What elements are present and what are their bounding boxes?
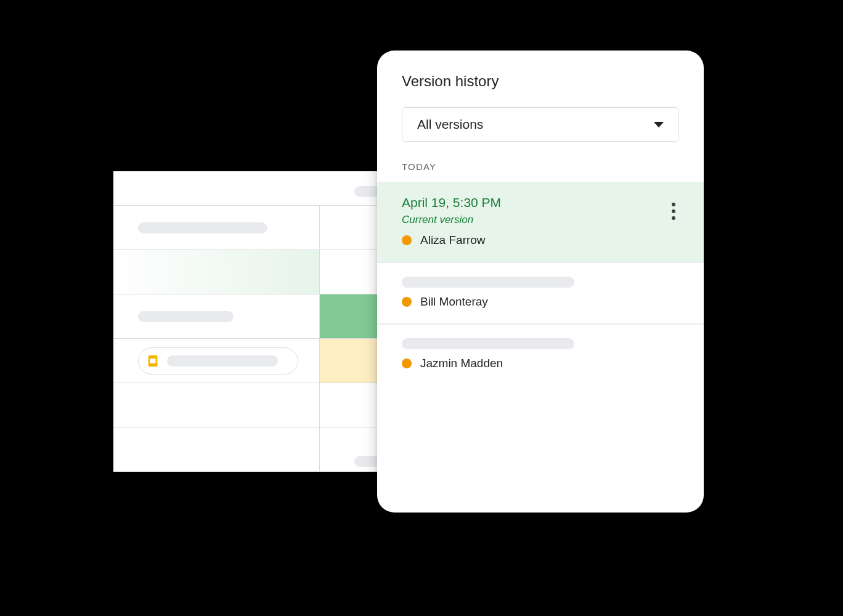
- svg-rect-1: [150, 359, 155, 363]
- sheet-row-highlighted: [113, 250, 422, 294]
- version-item[interactable]: Bill Monteray: [377, 263, 704, 325]
- placeholder-text: [167, 355, 278, 367]
- author-name: Bill Monteray: [420, 295, 488, 309]
- sheet-row: [113, 339, 422, 383]
- more-options-button[interactable]: [668, 199, 679, 224]
- dropdown-selected-label: All versions: [417, 117, 483, 132]
- author-color-dot: [402, 235, 412, 245]
- panel-title: Version history: [377, 51, 704, 90]
- sheet-row: [113, 294, 422, 339]
- spreadsheet-background: [113, 171, 422, 472]
- version-sublabel: Current version: [402, 214, 679, 226]
- version-timestamp: April 19, 5:30 PM: [402, 195, 679, 210]
- version-author: Jazmin Madden: [402, 357, 679, 370]
- author-color-dot: [402, 297, 412, 307]
- slides-icon: [146, 354, 160, 368]
- sheet-row: [113, 383, 422, 428]
- placeholder-text: [402, 338, 574, 349]
- chevron-down-icon: [654, 122, 664, 128]
- version-author: Bill Monteray: [402, 295, 679, 309]
- placeholder-text: [402, 277, 574, 288]
- version-item[interactable]: Jazmin Madden: [377, 325, 704, 385]
- section-label-today: TODAY: [377, 142, 704, 182]
- version-filter-dropdown[interactable]: All versions: [402, 107, 679, 142]
- version-item-current[interactable]: April 19, 5:30 PM Current version Aliza …: [377, 182, 704, 263]
- slides-file-chip[interactable]: [138, 347, 298, 375]
- author-name: Jazmin Madden: [420, 357, 503, 370]
- author-name: Aliza Farrow: [420, 233, 486, 247]
- placeholder-text: [138, 311, 234, 322]
- placeholder-text: [138, 222, 267, 233]
- version-author: Aliza Farrow: [402, 233, 679, 247]
- more-vertical-icon: [672, 203, 675, 206]
- sheet-row: [113, 206, 422, 250]
- version-history-panel: Version history All versions TODAY April…: [377, 51, 704, 513]
- author-color-dot: [402, 359, 412, 368]
